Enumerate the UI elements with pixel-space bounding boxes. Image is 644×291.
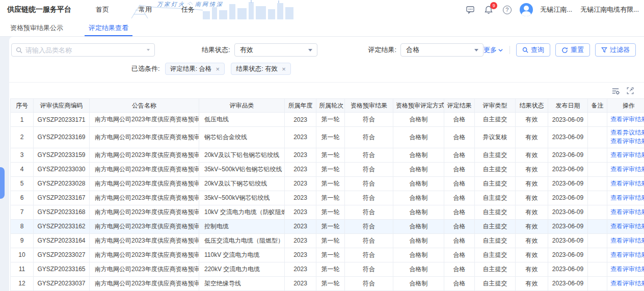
chevron-down-icon (498, 47, 503, 53)
selected-tags: 评定结果: 合格×结果状态: 有效× (165, 63, 291, 75)
result-status-select[interactable]: 有效 (234, 43, 317, 57)
view-review-result-link[interactable]: 查看评审结果 (610, 208, 644, 217)
cell-status: 有效 (516, 248, 548, 262)
refresh-icon (561, 47, 568, 54)
cell-prequal_result: 符合 (345, 276, 393, 290)
cell-review_type: 自主提交 (475, 262, 516, 276)
cell-actions: 查看评审结果 (607, 248, 644, 262)
cell-review_type: 异议复核 (475, 127, 516, 148)
cell-actions: 查看评审结果 (607, 276, 644, 290)
cell-status: 有效 (516, 219, 548, 233)
evaluation-result-label: 评定结果: (368, 45, 397, 55)
filter-button[interactable]: 过滤器 (595, 43, 636, 57)
notification-badge: 9 (490, 2, 497, 9)
nav-item-任务[interactable]: 任务 (181, 5, 195, 14)
notification-bell-icon[interactable]: 9 (483, 4, 494, 15)
cell-announcement: 南方电网公司2023年度供应商资格预审公告 (90, 176, 199, 191)
tag-label: 结果状态: 有效 (236, 65, 278, 73)
nav-item-常用[interactable]: 常用 (139, 5, 152, 14)
table-row: 9GYSZP20233164南方电网公司2023年度供应商资格预审公告低压交流电… (11, 233, 644, 248)
top-bar: 供应链统一服务平台 万家灯火 · 南网情深 首页常用任务 (0, 0, 644, 19)
cell-code: GYSZP20233037 (34, 276, 90, 290)
category-search-input[interactable] (25, 46, 143, 54)
cell-prequal_method: 合格制 (393, 276, 444, 290)
cell-code: GYSZP20233165 (34, 262, 90, 276)
cell-review_type: 自主提交 (475, 276, 516, 290)
column-header: 操作 (607, 99, 644, 113)
cell-eval_result: 合格 (444, 162, 475, 176)
cell-prequal_method: 合格制 (393, 219, 444, 233)
view-review-result-link[interactable]: 查看评审结果 (610, 236, 644, 245)
user-name[interactable]: 无锡江南... (540, 5, 572, 14)
column-header: 评审类型 (475, 99, 516, 113)
view-review-result-link[interactable]: 查看评审结果 (610, 251, 644, 259)
cell-round: 第一轮 (316, 262, 345, 276)
query-button[interactable]: 查询 (516, 43, 550, 57)
search-icon (522, 47, 528, 53)
cell-eval_result: 合格 (444, 113, 475, 127)
table-row: 8GYSZP20233162南方电网公司2023年度供应商资格预审公告控制电缆2… (11, 219, 644, 233)
view-review-result-link[interactable]: 查看评审结果 (610, 165, 644, 174)
cell-prequal_method: 合格制 (393, 113, 444, 127)
tab-prequalification-results[interactable]: 资格预审结果公示 (9, 19, 64, 36)
cell-round: 第一轮 (316, 233, 345, 248)
cell-category: 220kV 交流电力电缆 (199, 262, 285, 276)
side-drawer-handle[interactable] (0, 167, 5, 199)
cell-announcement: 南方电网公司2023年度供应商资格预审公告 (90, 191, 199, 205)
cell-category: 低压电线 (199, 113, 285, 127)
column-header: 结果状态 (516, 99, 548, 113)
view-review-result-link[interactable]: 查看评审结果 (610, 279, 644, 288)
cell-category: 架空绝缘导线 (199, 276, 285, 290)
column-header: 序号 (11, 99, 34, 113)
column-settings-icon[interactable] (611, 87, 620, 95)
results-table: 序号评审供应商编码公告名称评审品类所属年度所属轮次资格预审结果资格预审评定方式评… (10, 98, 644, 291)
tab-evaluation-results[interactable]: 评定结果查看 (88, 19, 129, 36)
view-review-result-link[interactable]: 查看评审结果 (610, 265, 644, 274)
company-name[interactable]: 无锡江南电缆有限... (580, 5, 639, 14)
reset-button[interactable]: 重置 (555, 43, 590, 57)
cell-remark (588, 233, 607, 248)
fullscreen-icon[interactable] (626, 87, 635, 95)
cell-no: 11 (11, 262, 34, 276)
message-icon[interactable] (465, 4, 476, 15)
view-review-result-link[interactable]: 查看评审结果 (610, 194, 644, 202)
cell-code: GYSZP20233171 (34, 113, 90, 127)
cell-status: 有效 (516, 148, 548, 162)
cell-category: 低压交流电力电缆（阻燃型） (199, 233, 285, 248)
cell-prequal_method: 合格制 (393, 205, 444, 219)
nav-item-首页[interactable]: 首页 (96, 5, 109, 14)
more-filters-toggle[interactable]: 更多 (484, 45, 503, 55)
page-content: 结果状态: 有效 评定结果: 合格 更多 查询 (0, 37, 644, 291)
cell-year: 2023 (285, 262, 316, 276)
cell-date: 2023-06-09 (548, 191, 588, 205)
cell-round: 第一轮 (316, 219, 345, 233)
app-title: 供应链统一服务平台 (7, 5, 71, 14)
view-review-result-link[interactable]: 查看评审结果 (610, 151, 644, 160)
cell-no: 4 (11, 162, 34, 176)
cell-remark (588, 176, 607, 191)
cell-date: 2023-06-09 (548, 162, 588, 176)
cell-announcement: 南方电网公司2023年度供应商资格预审公告 (90, 262, 199, 276)
column-header: 发布日期 (548, 99, 588, 113)
cell-code: GYSZP20233167 (34, 191, 90, 205)
view-review-result-link[interactable]: 查看评审结果 (610, 222, 644, 231)
cell-eval_result: 合格 (444, 219, 475, 233)
remove-tag-icon[interactable]: × (216, 66, 220, 72)
avatar[interactable] (520, 3, 533, 16)
remove-tag-icon[interactable]: × (282, 66, 286, 72)
cell-status: 有效 (516, 233, 548, 248)
cell-prequal_method: 合格制 (393, 162, 444, 176)
cell-category: 35kV~500kV铝包钢芯铝绞线 (199, 162, 285, 176)
view-review-result-link[interactable]: 查看评审结果 (610, 115, 644, 124)
cell-year: 2023 (285, 248, 316, 262)
category-search-select[interactable] (11, 43, 155, 57)
cell-prequal_method: 合格制 (393, 233, 444, 248)
cell-prequal_result: 符合 (345, 191, 393, 205)
evaluation-result-select[interactable]: 合格 (400, 43, 484, 57)
view-objection-result-link[interactable]: 查看异议结果 (610, 128, 644, 137)
view-review-result-link[interactable]: 查看评审结果 (610, 137, 644, 146)
help-icon[interactable]: ? (501, 4, 513, 15)
view-review-result-link[interactable]: 查看评审结果 (610, 179, 644, 188)
cell-code: GYSZP20233162 (34, 219, 90, 233)
table-row: 12GYSZP20233037南方电网公司2023年度供应商资格预审公告架空绝缘… (11, 276, 644, 290)
